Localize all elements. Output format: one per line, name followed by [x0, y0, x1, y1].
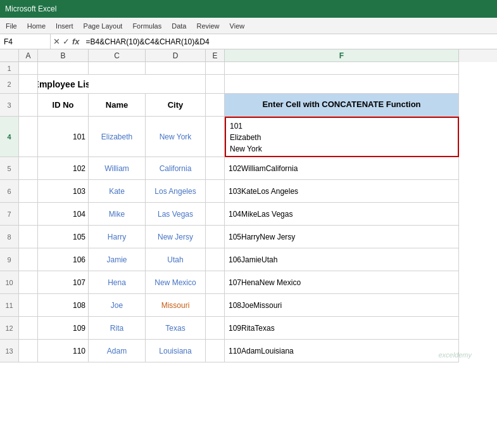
cell-f8[interactable]: 105HarryNew Jersy: [225, 226, 459, 248]
cell-c11[interactable]: Joe: [89, 294, 146, 317]
col-header-e[interactable]: E: [206, 49, 225, 62]
grid-row-3: 3 ID No Name City Enter Cell with CONCAT…: [0, 94, 497, 117]
cell-c13[interactable]: Adam: [89, 340, 146, 362]
cell-e6[interactable]: [206, 180, 225, 203]
cell-a11[interactable]: [19, 294, 38, 317]
cell-e4[interactable]: [206, 117, 225, 157]
ribbon-tab-review[interactable]: Review: [193, 22, 222, 30]
cell-e2[interactable]: [206, 75, 225, 94]
col-header-f[interactable]: F: [225, 49, 459, 62]
cancel-icon[interactable]: ✕: [53, 37, 60, 46]
cell-f6[interactable]: 103KateLos Angeles: [225, 180, 459, 203]
cell-c8[interactable]: Harry: [89, 226, 146, 248]
cell-d3[interactable]: City: [146, 94, 206, 117]
cell-b13[interactable]: 110: [38, 340, 89, 362]
ribbon-tab-home[interactable]: Home: [24, 22, 49, 30]
cell-d4[interactable]: New York: [146, 117, 206, 157]
cell-f10[interactable]: 107HenaNew Mexico: [225, 271, 459, 294]
cell-d13[interactable]: Louisiana: [146, 340, 206, 362]
cell-f7[interactable]: 104MikeLas Vegas: [225, 203, 459, 226]
cell-d8[interactable]: New Jersy: [146, 226, 206, 248]
cell-c5[interactable]: William: [89, 157, 146, 180]
cell-a10[interactable]: [19, 271, 38, 294]
cell-d2[interactable]: [146, 75, 206, 94]
cell-a3[interactable]: [19, 94, 38, 117]
cell-f5[interactable]: 102WilliamCalifornia: [225, 157, 459, 180]
ribbon-tab-page-layout[interactable]: Page Layout: [80, 22, 126, 30]
cell-b5[interactable]: 102: [38, 157, 89, 180]
cell-f2[interactable]: [225, 75, 459, 94]
cell-b3[interactable]: ID No: [38, 94, 89, 117]
cell-c9[interactable]: Jamie: [89, 248, 146, 271]
cell-e8[interactable]: [206, 226, 225, 248]
cell-d11[interactable]: Missouri: [146, 294, 206, 317]
cell-a6[interactable]: [19, 180, 38, 203]
cell-b9[interactable]: 106: [38, 248, 89, 271]
cell-c1[interactable]: [89, 62, 146, 75]
cell-a8[interactable]: [19, 226, 38, 248]
cell-a2[interactable]: [19, 75, 38, 94]
col-header-b[interactable]: B: [38, 49, 89, 62]
cell-b11[interactable]: 108: [38, 294, 89, 317]
cell-c3[interactable]: Name: [89, 94, 146, 117]
cell-b6[interactable]: 103: [38, 180, 89, 203]
cell-a5[interactable]: [19, 157, 38, 180]
col-header-d[interactable]: D: [146, 49, 206, 62]
cell-f1[interactable]: [225, 62, 459, 75]
cell-f4[interactable]: 101 Elizabeth New York: [225, 117, 459, 157]
cell-f12[interactable]: 109RitaTexas: [225, 317, 459, 340]
cell-c6[interactable]: Kate: [89, 180, 146, 203]
cell-c4[interactable]: Elizabeth: [89, 117, 146, 157]
cell-d7[interactable]: Las Vegas: [146, 203, 206, 226]
cell-e11[interactable]: [206, 294, 225, 317]
cell-e7[interactable]: [206, 203, 225, 226]
cell-b4[interactable]: 101: [38, 117, 89, 157]
cell-a13[interactable]: [19, 340, 38, 362]
cell-b10[interactable]: 107: [38, 271, 89, 294]
cell-f9[interactable]: 106JamieUtah: [225, 248, 459, 271]
cell-d5[interactable]: California: [146, 157, 206, 180]
cell-e10[interactable]: [206, 271, 225, 294]
cell-f13[interactable]: 110AdamLouisiana: [225, 340, 459, 362]
cell-b8[interactable]: 105: [38, 226, 89, 248]
cell-a1[interactable]: [19, 62, 38, 75]
grid-row-11: 11 108 Joe Missouri 108JoeMissouri: [0, 294, 497, 317]
formula-content[interactable]: =B4&CHAR(10)&C4&CHAR(10)&D4: [82, 37, 497, 46]
cell-d9[interactable]: Utah: [146, 248, 206, 271]
col-header-c[interactable]: C: [89, 49, 146, 62]
cell-c12[interactable]: Rita: [89, 317, 146, 340]
cell-e1[interactable]: [206, 62, 225, 75]
cell-b2[interactable]: Employee List: [38, 75, 89, 94]
cell-a7[interactable]: [19, 203, 38, 226]
cell-b12[interactable]: 109: [38, 317, 89, 340]
cell-f11[interactable]: 108JoeMissouri: [225, 294, 459, 317]
cell-c7[interactable]: Mike: [89, 203, 146, 226]
cell-e5[interactable]: [206, 157, 225, 180]
cell-e13[interactable]: [206, 340, 225, 362]
cell-a9[interactable]: [19, 248, 38, 271]
cell-a12[interactable]: [19, 317, 38, 340]
cell-b1[interactable]: [38, 62, 89, 75]
ribbon-tab-view[interactable]: View: [227, 22, 248, 30]
ribbon-tab-file[interactable]: File: [3, 22, 20, 30]
ribbon-tab-insert[interactable]: Insert: [53, 22, 77, 30]
ribbon-tab-data[interactable]: Data: [168, 22, 189, 30]
cell-d6[interactable]: Los Angeles: [146, 180, 206, 203]
cell-f3[interactable]: Enter Cell with CONCATENATE Function: [225, 94, 459, 117]
col-header-a[interactable]: A: [19, 49, 38, 62]
fx-icon[interactable]: fx: [72, 37, 80, 46]
cell-d1[interactable]: [146, 62, 206, 75]
cell-c2[interactable]: [89, 75, 146, 94]
cell-c10[interactable]: Hena: [89, 271, 146, 294]
confirm-icon[interactable]: ✓: [63, 37, 70, 46]
ribbon-tab-formulas[interactable]: Formulas: [129, 22, 165, 30]
cell-e9[interactable]: [206, 248, 225, 271]
cell-a4[interactable]: [19, 117, 38, 157]
cell-b7[interactable]: 104: [38, 203, 89, 226]
cell-d10[interactable]: New Mexico: [146, 271, 206, 294]
name-box[interactable]: F4: [0, 34, 51, 49]
cell-d12[interactable]: Texas: [146, 317, 206, 340]
formula-bar: F4 ✕ ✓ fx =B4&CHAR(10)&C4&CHAR(10)&D4: [0, 34, 497, 49]
cell-e3[interactable]: [206, 94, 225, 117]
cell-e12[interactable]: [206, 317, 225, 340]
